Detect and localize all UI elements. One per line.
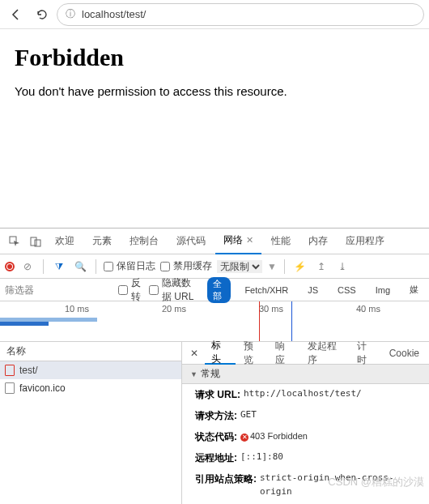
address-bar[interactable]: ⓘ <box>57 3 424 26</box>
error-status-icon: ✕ <box>240 434 248 442</box>
filter-fetch[interactable]: Fetch/XHR <box>239 284 294 296</box>
timeline[interactable]: 10 ms 20 ms 30 ms 40 ms <box>0 301 429 342</box>
wifi-icon[interactable]: ⚡ <box>292 261 308 272</box>
devtools-panel: 欢迎 元素 控制台 源代码 网络✕ 性能 内存 应用程序 ⊘ ⧩ 🔍 保留日志 … <box>0 228 429 504</box>
close-icon[interactable]: ✕ <box>246 235 253 246</box>
page-message: You don't have permission to access this… <box>15 84 414 98</box>
detail-tabs: ✕ 标头 预览 响应 发起程序 计时 Cookie <box>182 342 429 365</box>
close-detail-button[interactable]: ✕ <box>185 342 203 365</box>
timeline-tick: 30 ms <box>259 304 283 314</box>
hide-data-urls-checkbox[interactable]: 隐藏数据 URL <box>149 276 199 304</box>
device-icon[interactable] <box>26 232 45 251</box>
timeline-tick: 40 ms <box>356 304 380 314</box>
tab-performance[interactable]: 性能 <box>263 229 299 254</box>
request-list: 名称 test/ favicon.ico <box>0 342 182 504</box>
record-button[interactable] <box>5 262 15 271</box>
clear-icon[interactable]: ⊘ <box>19 261 36 272</box>
network-toolbar: ⊘ ⧩ 🔍 保留日志 禁用缓存 无限制 ▼ ⚡ ↥ ⤓ <box>0 254 429 279</box>
download-icon[interactable]: ⤓ <box>334 261 350 272</box>
tab-headers[interactable]: 标头 <box>205 342 236 365</box>
devtools-tabs: 欢迎 元素 控制台 源代码 网络✕ 性能 内存 应用程序 <box>0 229 429 254</box>
tab-elements[interactable]: 元素 <box>84 229 120 254</box>
browser-toolbar: ⓘ <box>0 0 429 29</box>
invert-checkbox[interactable]: 反转 <box>118 276 141 304</box>
status-code-row: 状态代码:✕403 Forbidden <box>182 426 429 447</box>
request-detail: ✕ 标头 预览 响应 发起程序 计时 Cookie ▼常规 请求 URL:htt… <box>182 342 429 504</box>
inspect-icon[interactable] <box>5 232 24 251</box>
tab-memory[interactable]: 内存 <box>300 229 336 254</box>
preserve-log-checkbox[interactable]: 保留日志 <box>104 259 155 273</box>
upload-icon[interactable]: ↥ <box>313 261 329 272</box>
tab-response[interactable]: 响应 <box>269 342 299 365</box>
tab-timing[interactable]: 计时 <box>350 342 381 365</box>
reload-button[interactable] <box>31 3 53 26</box>
tab-network[interactable]: 网络✕ <box>215 229 261 254</box>
request-row[interactable]: test/ <box>0 361 181 379</box>
info-icon: ⓘ <box>66 7 75 21</box>
referrer-policy-row: 引用站点策略:strict-origin-when-cross-origin <box>182 468 429 502</box>
tab-cookies[interactable]: Cookie <box>383 342 426 365</box>
name-column-header[interactable]: 名称 <box>0 342 181 361</box>
request-method-row: 请求方法:GET <box>182 405 429 426</box>
filter-img[interactable]: Img <box>370 284 396 296</box>
throttling-select[interactable]: 无限制 <box>217 260 262 273</box>
network-grid: 名称 test/ favicon.ico ✕ 标头 预览 响应 发起程序 计时 … <box>0 342 429 504</box>
back-button[interactable] <box>5 3 28 26</box>
tab-console[interactable]: 控制台 <box>121 229 167 254</box>
timeline-tick: 20 ms <box>162 304 186 314</box>
tab-preview[interactable]: 预览 <box>237 342 268 365</box>
url-input[interactable] <box>82 8 415 20</box>
filter-all[interactable]: 全部 <box>207 277 231 303</box>
timeline-tick: 10 ms <box>65 304 89 314</box>
filter-css[interactable]: CSS <box>332 284 362 296</box>
filter-bar: 反转 隐藏数据 URL 全部 Fetch/XHR JS CSS Img 媒 <box>0 279 429 301</box>
tab-initiator[interactable]: 发起程序 <box>301 342 349 365</box>
disable-cache-checkbox[interactable]: 禁用缓存 <box>160 259 212 273</box>
tab-welcome[interactable]: 欢迎 <box>47 229 83 254</box>
filter-input[interactable] <box>5 284 102 296</box>
request-row[interactable]: favicon.ico <box>0 379 181 397</box>
tab-sources[interactable]: 源代码 <box>168 229 214 254</box>
request-url-row: 请求 URL:http://localhost/test/ <box>182 384 429 405</box>
tab-application[interactable]: 应用程序 <box>338 229 393 254</box>
file-icon <box>5 382 15 394</box>
general-section[interactable]: ▼常规 <box>182 365 429 384</box>
remote-address-row: 远程地址:[::1]:80 <box>182 447 429 468</box>
filter-media[interactable]: 媒 <box>404 283 424 297</box>
svg-rect-1 <box>31 237 36 246</box>
filter-js[interactable]: JS <box>302 284 324 296</box>
filter-icon[interactable]: ⧩ <box>51 261 67 272</box>
search-icon[interactable]: 🔍 <box>72 261 88 272</box>
page-content: Forbidden You don't have permission to a… <box>0 29 429 228</box>
file-icon <box>5 365 15 376</box>
page-heading: Forbidden <box>15 44 414 71</box>
